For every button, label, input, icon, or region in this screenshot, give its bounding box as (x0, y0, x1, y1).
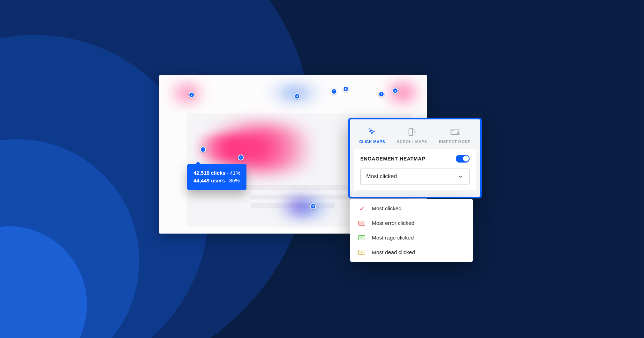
tab-label: INSPECT MODE (439, 140, 471, 144)
heatmap-pin[interactable]: 8 (343, 86, 349, 92)
dropdown-option-label: Most dead clicked (372, 249, 415, 256)
chevron-down-icon (457, 173, 464, 180)
placeholder-line (251, 203, 335, 208)
engagement-toggle[interactable] (456, 155, 470, 163)
heatmap-pin[interactable]: 9 (378, 91, 384, 97)
heatmap-type-select[interactable]: Most clicked (360, 168, 470, 185)
heatmap-pin[interactable]: 2 (189, 92, 195, 98)
rage-icon: ✕ (358, 235, 366, 241)
panel-section-title: ENGAGEMENT HEATMAP (360, 156, 425, 162)
error-icon: ✕ (358, 220, 366, 226)
dropdown-option-most-rage[interactable]: ✕ Most rage clicked (350, 230, 473, 245)
heatmap-pin[interactable]: 5 (310, 203, 316, 209)
heatmap-pin[interactable]: 1 (200, 147, 206, 152)
tooltip-line: 44,449 users · 85% (194, 177, 240, 185)
check-icon (358, 205, 366, 212)
tab-label: SCROLL MAPS (397, 140, 427, 144)
dropdown-option-label: Most rage clicked (372, 235, 414, 241)
heatmap-panel: CLICK MAPS SCROLL MAPS INSPECT MODE ENGA… (348, 118, 482, 198)
dropdown-option-label: Most error clicked (372, 220, 414, 226)
heatmap-pin[interactable]: 7 (331, 88, 337, 94)
dropdown-option-most-dead[interactable]: ● Most dead clicked (350, 245, 473, 260)
tab-click-maps[interactable]: CLICK MAPS (359, 127, 385, 144)
tab-scroll-maps[interactable]: SCROLL MAPS (397, 127, 427, 144)
heatmap-tooltip: 42,518 clicks · 41% 44,449 users · 85% (187, 164, 246, 190)
panel-header-row: ENGAGEMENT HEATMAP (360, 155, 470, 163)
dropdown-option-label: Most clicked (372, 205, 401, 212)
svg-rect-0 (409, 128, 413, 135)
svg-rect-1 (451, 129, 458, 134)
panel-tabs: CLICK MAPS SCROLL MAPS INSPECT MODE (350, 119, 480, 149)
dropdown-option-most-error[interactable]: ✕ Most error clicked (350, 216, 473, 230)
tooltip-line: 42,518 clicks · 41% (194, 169, 240, 177)
select-value: Most clicked (366, 173, 397, 180)
tab-inspect-mode[interactable]: INSPECT MODE (439, 127, 471, 144)
inspect-mode-icon (450, 127, 460, 137)
dropdown-option-most-clicked[interactable]: Most clicked (350, 201, 473, 216)
tab-label: CLICK MAPS (359, 140, 385, 144)
cursor-click-icon (367, 127, 377, 137)
heatmap-type-dropdown: Most clicked ✕ Most error clicked ✕ Most… (350, 199, 473, 262)
heatmap-pin[interactable]: 3 (238, 155, 244, 160)
dead-icon: ● (358, 249, 366, 256)
heatmap-pin[interactable]: 6 (294, 93, 300, 99)
panel-body: ENGAGEMENT HEATMAP Most clicked (354, 149, 476, 190)
scroll-maps-icon (407, 127, 417, 137)
heatmap-pin[interactable]: 3 (392, 88, 398, 94)
